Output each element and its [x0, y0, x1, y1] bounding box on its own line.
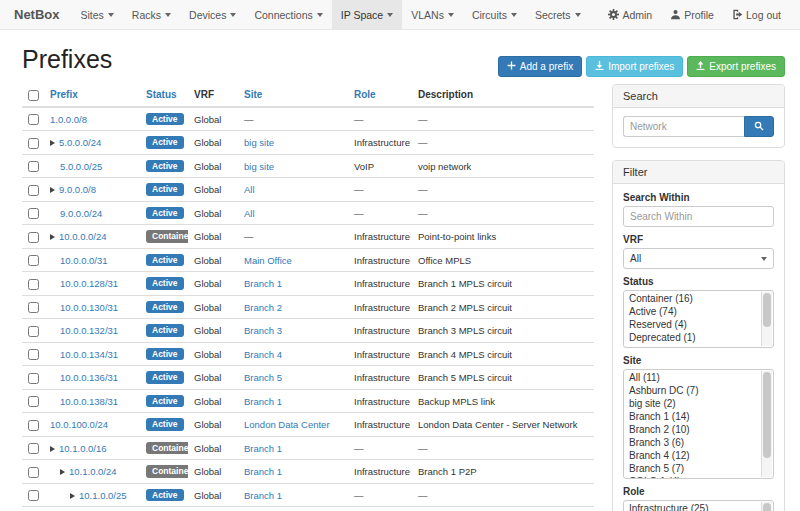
row-checkbox[interactable]	[28, 373, 39, 384]
vrf-value: Global	[194, 231, 221, 242]
site-link[interactable]: Branch 1	[244, 466, 282, 477]
status-listbox[interactable]: Container (16)Active (74)Reserved (4)Dep…	[623, 290, 774, 348]
site-link[interactable]: Branch 1	[244, 443, 282, 454]
row-checkbox[interactable]	[28, 114, 39, 125]
scrollbar[interactable]	[761, 371, 772, 477]
filter-option[interactable]: COLO 1 (4)	[625, 475, 760, 479]
filter-option[interactable]: Container (16)	[625, 292, 760, 305]
row-checkbox[interactable]	[28, 302, 39, 313]
site-listbox[interactable]: All (11)Ashburn DC (7)big site (2)Branch…	[623, 369, 774, 479]
prefix-link[interactable]: 10.0.0.132/31	[60, 325, 118, 336]
row-checkbox[interactable]	[28, 443, 39, 454]
export-prefixes-button[interactable]: Export prefixes	[687, 56, 785, 77]
site-link[interactable]: Branch 4	[244, 349, 282, 360]
filter-option[interactable]: Branch 2 (10)	[625, 423, 760, 436]
prefix-link[interactable]: 10.0.0.0/31	[60, 255, 108, 266]
navbar-item-sites[interactable]: Sites	[72, 0, 123, 29]
prefix-link[interactable]: 5.0.0.0/25	[60, 161, 102, 172]
vrf-value: Global	[194, 161, 221, 172]
prefix-link[interactable]: 10.0.0.136/31	[60, 372, 118, 383]
add-prefix-button[interactable]: Add a prefix	[498, 56, 582, 77]
search-within-input[interactable]	[623, 206, 774, 227]
site-link[interactable]: Main Office	[244, 255, 292, 266]
brand-link[interactable]: NetBox	[14, 0, 60, 29]
row-checkbox[interactable]	[28, 420, 39, 431]
site-link[interactable]: All	[244, 208, 255, 219]
role-listbox[interactable]: Infrastructure (25)Management (8)Private…	[623, 500, 774, 511]
prefixes-table-container: PrefixStatusVRFSiteRoleDescription 1.0.0…	[22, 84, 594, 511]
navbar-item-vlans[interactable]: VLANs	[402, 0, 463, 29]
site-link[interactable]: Branch 2	[244, 302, 282, 313]
prefix-link[interactable]: 10.1.0.0/25	[79, 490, 127, 501]
filter-option[interactable]: Branch 1 (14)	[625, 410, 760, 423]
sidebar: Search Filter Search Within VRF All	[612, 84, 785, 511]
row-checkbox[interactable]	[28, 396, 39, 407]
row-checkbox[interactable]	[28, 326, 39, 337]
filter-option[interactable]: Infrastructure (25)	[625, 502, 760, 511]
row-checkbox[interactable]	[28, 161, 39, 172]
filter-option[interactable]: Branch 5 (7)	[625, 462, 760, 475]
site-link[interactable]: Branch 5	[244, 372, 282, 383]
description-value: Office MPLS	[418, 255, 471, 266]
prefix-link[interactable]: 5.0.0.0/24	[59, 137, 101, 148]
search-button[interactable]	[744, 116, 774, 137]
filter-option[interactable]: Branch 4 (12)	[625, 449, 760, 462]
site-link[interactable]: big site	[244, 161, 274, 172]
filter-option[interactable]: Deprecated (1)	[625, 331, 760, 344]
scrollbar[interactable]	[761, 502, 772, 511]
navbar-item-devices[interactable]: Devices	[180, 0, 245, 29]
site-link[interactable]: Branch 1	[244, 490, 282, 501]
site-link[interactable]: Branch 3	[244, 325, 282, 336]
filter-option[interactable]: Ashburn DC (7)	[625, 384, 760, 397]
filter-option[interactable]: Reserved (4)	[625, 318, 760, 331]
navbar-item-racks[interactable]: Racks	[123, 0, 180, 29]
select-all-checkbox[interactable]	[28, 90, 39, 101]
prefix-link[interactable]: 10.0.0.128/31	[60, 278, 118, 289]
site-link[interactable]: Branch 1	[244, 396, 282, 407]
navbar-item-connections[interactable]: Connections	[245, 0, 331, 29]
site-link[interactable]: Branch 1	[244, 278, 282, 289]
filter-option[interactable]: Branch 3 (6)	[625, 436, 760, 449]
row-checkbox[interactable]	[28, 138, 39, 149]
column-header-prefix[interactable]: Prefix	[50, 89, 78, 100]
row-checkbox[interactable]	[28, 467, 39, 478]
filter-option[interactable]: All (11)	[625, 371, 760, 384]
filter-option[interactable]: Active (74)	[625, 305, 760, 318]
site-link[interactable]: London Data Center	[244, 419, 330, 430]
row-checkbox[interactable]	[28, 255, 39, 266]
prefix-link[interactable]: 10.1.0.0/24	[69, 466, 117, 477]
column-header-role[interactable]: Role	[354, 89, 376, 100]
column-header-status[interactable]: Status	[146, 89, 177, 100]
prefix-link[interactable]: 10.0.0.0/24	[59, 231, 107, 242]
chevron-down-icon	[317, 13, 323, 17]
import-prefixes-button[interactable]: Import prefixes	[586, 56, 683, 77]
vrf-select[interactable]: All	[623, 248, 774, 269]
navbar-item-profile[interactable]: Profile	[661, 0, 723, 29]
navbar-item-secrets[interactable]: Secrets	[526, 0, 590, 29]
column-header-site[interactable]: Site	[244, 89, 262, 100]
prefix-link[interactable]: 1.0.0.0/8	[50, 114, 87, 125]
row-checkbox[interactable]	[28, 279, 39, 290]
navbar-item-log-out[interactable]: Log out	[723, 0, 790, 29]
navbar-item-circuits[interactable]: Circuits	[463, 0, 526, 29]
prefix-link[interactable]: 10.0.0.138/31	[60, 396, 118, 407]
site-link[interactable]: big site	[244, 137, 274, 148]
vrf-value: Global	[194, 302, 221, 313]
site-link[interactable]: All	[244, 184, 255, 195]
prefix-link[interactable]: 10.0.0.130/31	[60, 302, 118, 313]
prefix-link[interactable]: 10.0.0.134/31	[60, 349, 118, 360]
row-checkbox[interactable]	[28, 232, 39, 243]
row-checkbox[interactable]	[28, 208, 39, 219]
prefix-link[interactable]: 9.0.0.0/24	[60, 208, 102, 219]
prefix-link[interactable]: 9.0.0.0/8	[59, 184, 96, 195]
filter-option[interactable]: big site (2)	[625, 397, 760, 410]
row-checkbox[interactable]	[28, 490, 39, 501]
search-input[interactable]	[623, 116, 744, 137]
row-checkbox[interactable]	[28, 185, 39, 196]
navbar-item-ip-space[interactable]: IP Space	[332, 0, 402, 29]
prefix-link[interactable]: 10.1.0.0/16	[59, 443, 107, 454]
prefix-link[interactable]: 10.0.100.0/24	[50, 419, 108, 430]
navbar-item-admin[interactable]: Admin	[599, 0, 661, 29]
scrollbar[interactable]	[761, 292, 772, 346]
row-checkbox[interactable]	[28, 349, 39, 360]
